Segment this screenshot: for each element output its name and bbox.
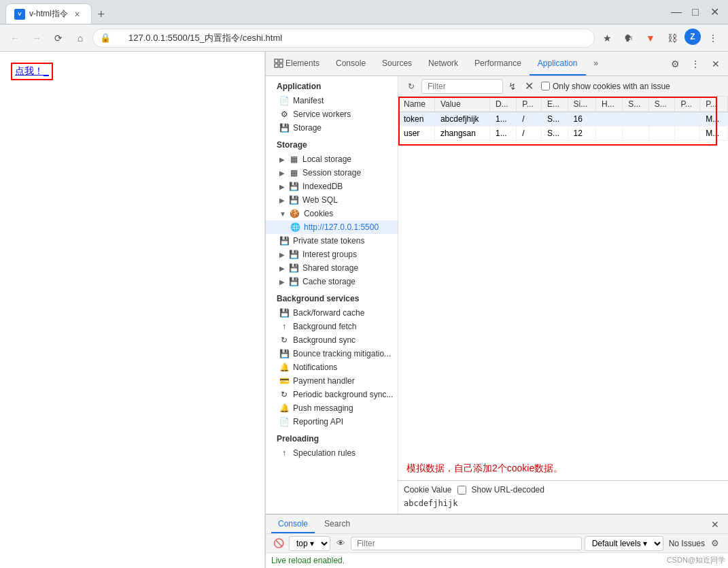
search-tab-label: Search bbox=[324, 519, 350, 529]
forward-button[interactable]: → bbox=[27, 29, 46, 48]
bookmark-button[interactable]: ★ bbox=[597, 29, 617, 48]
lock-icon: 🔒 bbox=[100, 33, 111, 43]
minimize-button[interactable]: — bbox=[668, 4, 684, 20]
show-url-decoded-checkbox[interactable] bbox=[457, 486, 466, 495]
tab-console-label: Console bbox=[336, 59, 366, 68]
cookie-table-container: Name Value D... P... E... Si... H... S..… bbox=[398, 97, 728, 457]
col-p2[interactable]: P... bbox=[675, 97, 700, 112]
only-issues-checkbox[interactable] bbox=[541, 82, 550, 90]
brave-button[interactable]: ▼ bbox=[641, 29, 660, 48]
col-e[interactable]: E... bbox=[542, 97, 568, 112]
console-tab-search[interactable]: Search bbox=[317, 515, 357, 533]
sidebar-item-storage[interactable]: 💾 Storage bbox=[266, 121, 398, 135]
address-input-container[interactable]: 🔒 127.0.0.1:5500/15_内置指令/ceshi.html bbox=[92, 29, 595, 48]
sidebar-item-push[interactable]: 🔔 Push messaging bbox=[266, 401, 398, 415]
cookie-refresh-button[interactable]: ↻ bbox=[404, 79, 419, 94]
translate-button[interactable]: 🗣 bbox=[619, 29, 638, 48]
tab-elements[interactable]: Elements bbox=[266, 52, 328, 76]
sidebar-item-bounce[interactable]: 💾 Bounce tracking mitigatio... bbox=[266, 347, 398, 361]
sidebar-item-bg-fetch[interactable]: ↑ Background fetch bbox=[266, 320, 398, 333]
sidebar-item-cookies-url[interactable]: 🌐 http://127.0.0.1:5500 bbox=[266, 220, 398, 234]
sidebar-item-notifications[interactable]: 🔔 Notifications bbox=[266, 361, 398, 374]
home-button[interactable]: ⌂ bbox=[71, 29, 90, 48]
col-name[interactable]: Name bbox=[398, 97, 434, 112]
tab-network[interactable]: Network bbox=[420, 52, 466, 76]
profile-button[interactable]: Z bbox=[684, 29, 701, 45]
close-devtools-icon[interactable]: ✕ bbox=[706, 54, 725, 73]
sidebar-item-bg-sync[interactable]: ↻ Background sync bbox=[266, 333, 398, 347]
default-levels-select[interactable]: Default levels ▾ bbox=[585, 536, 663, 551]
restore-button[interactable]: □ bbox=[687, 4, 704, 20]
console-close-button[interactable]: ✕ bbox=[708, 517, 723, 532]
bounce-icon: 💾 bbox=[279, 349, 289, 358]
col-si[interactable]: Si... bbox=[568, 97, 595, 112]
tab-performance[interactable]: Performance bbox=[466, 52, 530, 76]
web-sql-label: Web SQL bbox=[302, 195, 338, 205]
sidebar-item-periodic-bg[interactable]: ↻ Periodic background sync... bbox=[266, 388, 398, 401]
cookie-filter-input[interactable] bbox=[421, 79, 503, 94]
cookies-icon: 🍪 bbox=[290, 209, 300, 218]
settings-icon[interactable]: ⚙ bbox=[665, 54, 684, 73]
click-link[interactable]: 点我！_ bbox=[11, 63, 53, 80]
cookie-filter-bar: ↻ ↯ ✕ Only show cookies with an issue bbox=[398, 76, 728, 97]
sidebar-item-session-storage[interactable]: ▶ ▦ Session storage bbox=[266, 166, 398, 180]
new-tab-button[interactable]: + bbox=[92, 5, 111, 24]
sidebar-item-manifest[interactable]: 📄 Manifest bbox=[266, 94, 398, 107]
col-s2[interactable]: S... bbox=[648, 97, 675, 112]
tab-close-button[interactable]: × bbox=[72, 9, 83, 20]
sidebar-item-private-state[interactable]: 💾 Private state tokens bbox=[266, 234, 398, 248]
sidebar-item-interest-groups[interactable]: ▶ 💾 Interest groups bbox=[266, 248, 398, 261]
console-filter-input[interactable] bbox=[351, 537, 582, 550]
sidebar-item-cookies[interactable]: ▼ 🍪 Cookies bbox=[266, 207, 398, 220]
console-area: Console Search ✕ 🚫 top ▾ 👁 Default le bbox=[266, 514, 728, 568]
reload-button[interactable]: ⟳ bbox=[49, 29, 68, 48]
tab-console[interactable]: Console bbox=[328, 52, 374, 76]
sidebar-item-service-workers[interactable]: ⚙ Service workers bbox=[266, 107, 398, 121]
cookie-value-label-row: Cookie Value Show URL-decoded bbox=[404, 485, 723, 495]
cookie-value-label-text: Cookie Value bbox=[404, 485, 452, 495]
filter-clear-button[interactable]: ↯ bbox=[506, 80, 519, 93]
sidebar-item-web-sql[interactable]: ▶ 💾 Web SQL bbox=[266, 193, 398, 207]
console-tabs: Console Search ✕ bbox=[266, 515, 728, 534]
tab-more[interactable]: » bbox=[586, 52, 607, 76]
extensions-button[interactable]: ⛓ bbox=[663, 29, 682, 48]
back-forward-label: Back/forward cache bbox=[293, 308, 364, 318]
col-value[interactable]: Value bbox=[434, 97, 489, 112]
devtools-toolbar: Elements Console Sources Network Perform… bbox=[266, 52, 728, 76]
col-p[interactable]: P... bbox=[517, 97, 542, 112]
col-p3[interactable]: P... bbox=[700, 97, 728, 112]
cell-p: / bbox=[517, 127, 542, 141]
col-h[interactable]: H... bbox=[596, 97, 623, 112]
expand-interest-icon: ▶ bbox=[279, 251, 285, 258]
console-error-btn[interactable]: 🚫 bbox=[271, 536, 286, 551]
sidebar-item-speculation[interactable]: ↑ Speculation rules bbox=[266, 446, 398, 460]
sidebar-item-reporting[interactable]: 📄 Reporting API bbox=[266, 415, 398, 429]
console-settings-icon[interactable]: ⚙ bbox=[708, 536, 723, 551]
storage-label: Storage bbox=[293, 123, 322, 133]
close-button[interactable]: ✕ bbox=[706, 4, 723, 20]
sidebar-item-back-forward[interactable]: 💾 Back/forward cache bbox=[266, 306, 398, 320]
col-d[interactable]: D... bbox=[490, 97, 517, 112]
console-tab-console[interactable]: Console bbox=[271, 515, 315, 533]
svg-rect-3 bbox=[279, 64, 283, 67]
sidebar-item-payment[interactable]: 💳 Payment handler bbox=[266, 374, 398, 388]
eye-icon[interactable]: 👁 bbox=[333, 536, 348, 551]
tab-sources[interactable]: Sources bbox=[374, 52, 420, 76]
console-level-select[interactable]: top ▾ bbox=[289, 536, 330, 551]
table-row[interactable]: token abcdefjhijk 1... / S... 16 bbox=[398, 112, 728, 127]
cell-name: user bbox=[398, 127, 434, 141]
push-icon: 🔔 bbox=[279, 403, 289, 413]
col-s[interactable]: S... bbox=[623, 97, 649, 112]
sidebar-item-indexeddb[interactable]: ▶ 💾 IndexedDB bbox=[266, 180, 398, 193]
filter-delete-button[interactable]: ✕ bbox=[522, 80, 536, 93]
back-button[interactable]: ← bbox=[5, 29, 24, 48]
sidebar-item-cache-storage[interactable]: ▶ 💾 Cache storage bbox=[266, 275, 398, 288]
more-options-icon[interactable]: ⋮ bbox=[686, 54, 705, 73]
sidebar-item-shared-storage[interactable]: ▶ 💾 Shared storage bbox=[266, 261, 398, 275]
sidebar-item-local-storage[interactable]: ▶ ▦ Local storage bbox=[266, 152, 398, 166]
table-row[interactable]: user zhangsan 1... / S... 12 bbox=[398, 127, 728, 141]
session-storage-icon: ▦ bbox=[289, 168, 298, 178]
active-tab[interactable]: V v-html指令 × bbox=[5, 3, 92, 24]
tab-application[interactable]: Application bbox=[530, 52, 586, 76]
menu-button[interactable]: ⋮ bbox=[704, 29, 723, 48]
